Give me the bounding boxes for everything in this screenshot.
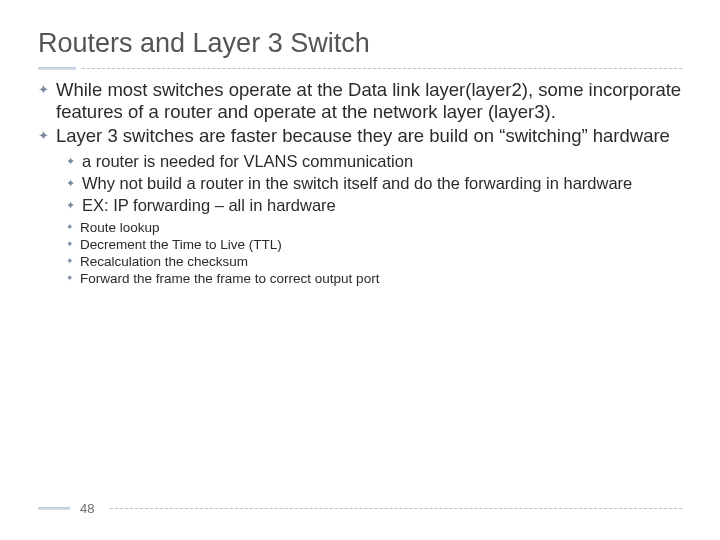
bullet-text: EX: IP forwarding – all in hardware	[82, 195, 336, 215]
bullet-list-level2: ✦ a router is needed for VLANS communica…	[66, 151, 682, 215]
bullet-text: Forward the frame the frame to correct o…	[80, 270, 379, 287]
divider-dashed-line	[82, 68, 682, 69]
bullet-icon: ✦	[66, 195, 82, 215]
divider-accent	[38, 67, 76, 70]
list-item: ✦ While most switches operate at the Dat…	[38, 79, 682, 123]
page-number: 48	[80, 501, 94, 516]
bullet-text: Route lookup	[80, 219, 160, 236]
footer-dashed-line	[110, 508, 682, 509]
list-item: ✦ Layer 3 switches are faster because th…	[38, 125, 682, 147]
slide: Routers and Layer 3 Switch ✦ While most …	[0, 0, 720, 540]
bullet-icon: ✦	[66, 151, 82, 171]
bullet-icon: ✦	[66, 270, 80, 287]
list-item: ✦ Forward the frame the frame to correct…	[66, 270, 682, 287]
bullet-text: Decrement the Time to Live (TTL)	[80, 236, 282, 253]
bullet-text: a router is needed for VLANS communicati…	[82, 151, 413, 171]
bullet-text: Recalculation the checksum	[80, 253, 248, 270]
bullet-text: Layer 3 switches are faster because they…	[56, 125, 670, 147]
bullet-icon: ✦	[38, 125, 56, 147]
footer-accent	[38, 507, 70, 510]
bullet-text: While most switches operate at the Data …	[56, 79, 682, 123]
slide-title: Routers and Layer 3 Switch	[38, 28, 682, 59]
list-item: ✦ Recalculation the checksum	[66, 253, 682, 270]
list-item: ✦ Why not build a router in the switch i…	[66, 173, 682, 193]
bullet-icon: ✦	[66, 219, 80, 236]
slide-footer: 48	[38, 501, 682, 516]
bullet-icon: ✦	[66, 173, 82, 193]
bullet-icon: ✦	[66, 236, 80, 253]
bullet-text: Why not build a router in the switch its…	[82, 173, 632, 193]
bullet-icon: ✦	[66, 253, 80, 270]
list-item: ✦ Route lookup	[66, 219, 682, 236]
title-divider	[38, 65, 682, 71]
bullet-list-level1: ✦ While most switches operate at the Dat…	[38, 79, 682, 147]
bullet-icon: ✦	[38, 79, 56, 123]
list-item: ✦ EX: IP forwarding – all in hardware	[66, 195, 682, 215]
bullet-list-level3: ✦ Route lookup ✦ Decrement the Time to L…	[66, 219, 682, 287]
list-item: ✦ Decrement the Time to Live (TTL)	[66, 236, 682, 253]
list-item: ✦ a router is needed for VLANS communica…	[66, 151, 682, 171]
